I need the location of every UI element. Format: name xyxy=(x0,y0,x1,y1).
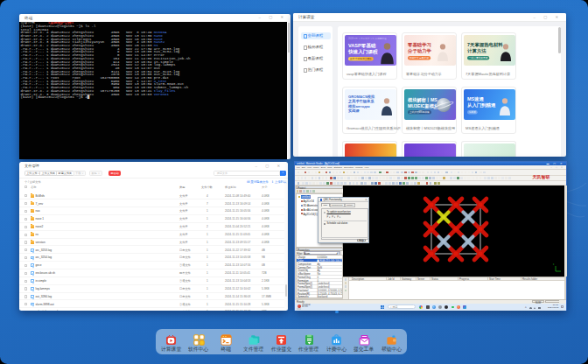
svg-text:c: c xyxy=(553,262,555,266)
